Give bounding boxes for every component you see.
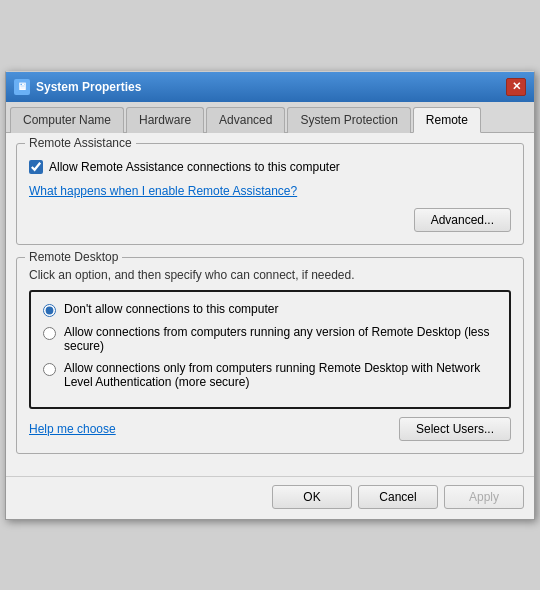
remote-desktop-bottom-row: Help me choose Select Users... — [29, 417, 511, 441]
radio-dont-allow[interactable] — [43, 304, 56, 317]
tab-content: Remote Assistance Allow Remote Assistanc… — [6, 133, 534, 476]
allow-remote-assistance-checkbox[interactable] — [29, 160, 43, 174]
apply-button[interactable]: Apply — [444, 485, 524, 509]
remote-assistance-advanced-row: Advanced... — [29, 208, 511, 232]
remote-desktop-group: Remote Desktop Click an option, and then… — [16, 257, 524, 454]
tab-system-protection[interactable]: System Protection — [287, 107, 410, 133]
remote-desktop-options-box: Don't allow connections to this computer… — [29, 290, 511, 409]
tab-remote[interactable]: Remote — [413, 107, 481, 133]
window-icon: 🖥 — [14, 79, 30, 95]
remote-assistance-label: Remote Assistance — [25, 136, 136, 150]
radio-allow-any[interactable] — [43, 327, 56, 340]
help-me-choose-link[interactable]: Help me choose — [29, 422, 116, 436]
tab-hardware[interactable]: Hardware — [126, 107, 204, 133]
tab-computer-name[interactable]: Computer Name — [10, 107, 124, 133]
button-bar: OK Cancel Apply — [6, 476, 534, 519]
title-bar: 🖥 System Properties ✕ — [6, 72, 534, 102]
cancel-button[interactable]: Cancel — [358, 485, 438, 509]
close-button[interactable]: ✕ — [506, 78, 526, 96]
ok-button[interactable]: OK — [272, 485, 352, 509]
window-title: System Properties — [36, 80, 141, 94]
remote-desktop-label: Remote Desktop — [25, 250, 122, 264]
tab-bar: Computer Name Hardware Advanced System P… — [6, 102, 534, 133]
tab-advanced[interactable]: Advanced — [206, 107, 285, 133]
remote-assistance-group: Remote Assistance Allow Remote Assistanc… — [16, 143, 524, 245]
remote-desktop-option-allow-any[interactable]: Allow connections from computers running… — [43, 325, 497, 353]
system-properties-window: 🖥 System Properties ✕ Computer Name Hard… — [5, 71, 535, 520]
radio-allow-nla-label: Allow connections only from computers ru… — [64, 361, 497, 389]
remote-desktop-option-dont-allow[interactable]: Don't allow connections to this computer — [43, 302, 497, 317]
radio-allow-nla[interactable] — [43, 363, 56, 376]
remote-desktop-description: Click an option, and then specify who ca… — [29, 268, 511, 282]
remote-assistance-advanced-button[interactable]: Advanced... — [414, 208, 511, 232]
radio-allow-any-label: Allow connections from computers running… — [64, 325, 497, 353]
radio-dont-allow-label: Don't allow connections to this computer — [64, 302, 278, 316]
allow-remote-assistance-row: Allow Remote Assistance connections to t… — [29, 160, 511, 174]
select-users-button[interactable]: Select Users... — [399, 417, 511, 441]
remote-desktop-option-allow-nla[interactable]: Allow connections only from computers ru… — [43, 361, 497, 389]
allow-remote-assistance-text[interactable]: Allow Remote Assistance connections to t… — [49, 160, 340, 174]
remote-assistance-help-link[interactable]: What happens when I enable Remote Assist… — [29, 184, 511, 198]
title-bar-content: 🖥 System Properties — [14, 79, 141, 95]
